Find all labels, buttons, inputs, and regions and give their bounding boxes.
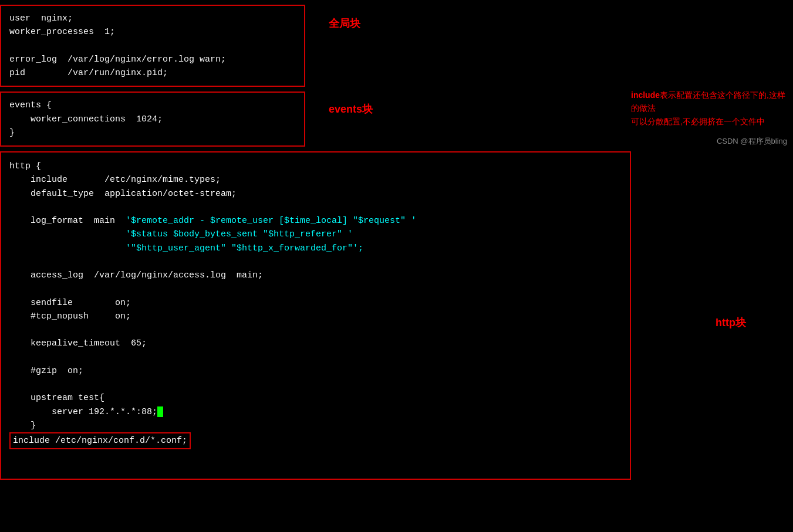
include-line: include /etc/nginx/conf.d/*.conf; [9,432,191,449]
events-block-code: events { worker_connections 1024; } [0,92,305,147]
global-block-code: user nginx; worker_processes 1; error_lo… [0,5,305,87]
http-section: http { include /etc/nginx/mime.types; de… [0,151,793,532]
http-label: http块 [716,316,746,330]
global-block-row: user nginx; worker_processes 1; error_lo… [0,0,793,87]
cursor [157,406,163,417]
csdn-watermark: CSDN @程序员bling [717,136,787,147]
global-label: 全局块 [329,16,360,31]
main-container: user nginx; worker_processes 1; error_lo… [0,0,793,532]
annotation-box: include表示配置还包含这个路径下的,这样的做法可以分散配置,不必拥挤在一个… [631,89,787,128]
annotation-strong: include [631,90,660,100]
annotation-text: include表示配置还包含这个路径下的,这样的做法可以分散配置,不必拥挤在一个… [631,89,787,128]
events-label: events块 [329,102,373,116]
http-block-code: http { include /etc/nginx/mime.types; de… [0,151,631,480]
